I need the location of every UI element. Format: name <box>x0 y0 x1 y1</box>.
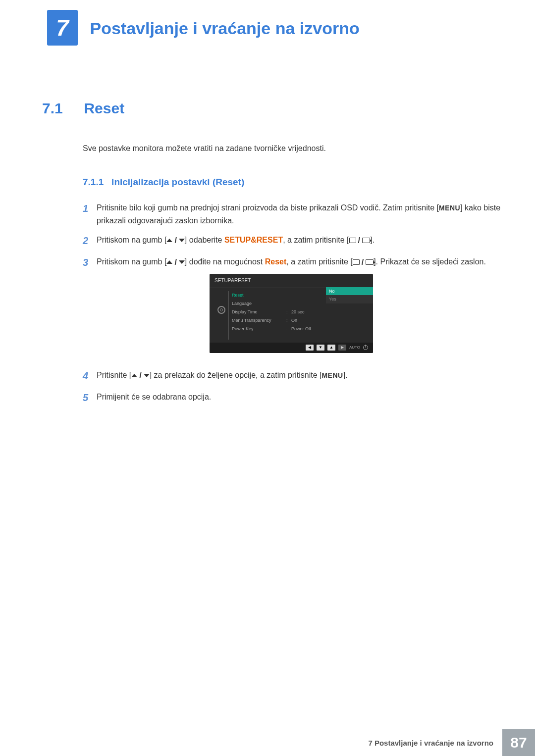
up-down-icon: / <box>166 234 184 247</box>
step-text: ] za prelazak do željene opcije, a zatim… <box>150 371 322 379</box>
osd-title: SETUP&RESET <box>210 274 373 288</box>
power-icon <box>363 345 368 350</box>
step-1: 1 Pritisnite bilo koji gumb na prednjoj … <box>83 202 505 227</box>
osd-row: Power Key : Power Off <box>232 325 373 333</box>
chapter-header: 7 Postavljanje i vraćanje na izvorno <box>40 10 505 46</box>
subsection-title: Inicijalizacija postavki (Reset) <box>111 177 244 187</box>
subsection-number: 7.1.1 <box>83 177 104 187</box>
section-number: 7.1 <box>42 100 82 117</box>
step-text: Primijenit će se odabrana opcija. <box>97 391 505 403</box>
step-text: ] dođite na mogućnost <box>185 257 265 266</box>
step-text: ]. <box>343 371 348 379</box>
chapter-number-badge: 7 <box>47 10 78 46</box>
osd-row: Menu Transparency : On <box>232 316 373 325</box>
osd-row-value: Power Off <box>291 325 373 332</box>
page-number: 87 <box>502 729 535 756</box>
step-4: 4 Pritisnite [/] za prelazak do željene … <box>83 369 505 384</box>
osd-row-label: Display Time <box>232 308 286 315</box>
step-text: , a zatim pritisnite [ <box>286 257 352 266</box>
step-number: 4 <box>83 368 97 384</box>
step-text: Pritiskom na gumb [ <box>97 236 166 244</box>
step-text: ] odaberite <box>185 236 224 244</box>
step-2: 2 Pritiskom na gumb [/] odaberite SETUP&… <box>83 234 505 249</box>
step-text: , a zatim pritisnite [ <box>283 236 349 244</box>
step-text: Pritisnite [ <box>97 371 131 379</box>
osd-right-icon: ▶ <box>338 345 346 351</box>
subsection-heading: 7.1.1 Inicijalizacija postavki (Reset) <box>83 177 505 188</box>
osd-row: Display Time : 20 sec <box>232 308 373 316</box>
step-number: 5 <box>83 390 97 405</box>
menu-label: MENU <box>321 371 343 379</box>
osd-row-value: 20 sec <box>291 308 373 315</box>
osd-row-label: Reset <box>232 292 286 299</box>
step-text: Pritisnite bilo koji gumb na prednjoj st… <box>97 203 439 212</box>
up-down-icon: / <box>166 256 184 269</box>
source-enter-icon: / <box>353 256 374 269</box>
menu-label: MENU <box>439 204 460 212</box>
osd-row-label: Language <box>232 300 286 307</box>
gear-icon <box>217 306 225 314</box>
highlight-setup-reset: SETUP&RESET <box>224 236 283 244</box>
highlight-reset: Reset <box>265 257 287 266</box>
section-7-1: 7.1 Reset Sve postavke monitora možete v… <box>40 100 505 405</box>
osd-option-yes: Yes <box>326 295 373 303</box>
osd-row-label: Power Key <box>232 325 286 332</box>
step-3: 3 Pritiskom na gumb [/] dođite na mogućn… <box>83 255 505 361</box>
footer-chapter-ref: 7 Postavljanje i vraćanje na izvorno <box>368 729 502 756</box>
step-text: ]. Prikazat će se sljedeći zaslon. <box>374 257 486 266</box>
step-number: 1 <box>83 201 97 216</box>
osd-screenshot: SETUP&RESET Reset No Yes <box>210 274 373 353</box>
step-number: 3 <box>83 254 97 270</box>
step-text: Pritiskom na gumb [ <box>97 257 166 266</box>
osd-row-value: On <box>291 317 373 324</box>
up-down-icon: / <box>131 369 149 382</box>
source-enter-icon: / <box>349 234 370 247</box>
chapter-title: Postavljanje i vraćanje na izvorno <box>90 19 359 38</box>
subsection-7-1-1: 7.1.1 Inicijalizacija postavki (Reset) 1… <box>83 177 505 405</box>
osd-row-label: Menu Transparency <box>232 317 286 324</box>
steps-list: 1 Pritisnite bilo koji gumb na prednjoj … <box>83 202 505 405</box>
osd-up-icon: ▲ <box>327 345 335 351</box>
osd-footer: ◀ ▼ ▲ ▶ AUTO <box>210 343 373 353</box>
page-footer: 7 Postavljanje i vraćanje na izvorno 87 <box>0 729 535 756</box>
osd-auto-label: AUTO <box>349 345 360 351</box>
osd-left-icon: ◀ <box>306 345 314 351</box>
step-5: 5 Primijenit će se odabrana opcija. <box>83 391 505 405</box>
osd-option-no: No <box>326 287 373 295</box>
osd-row: Reset No Yes <box>232 291 373 300</box>
osd-down-icon: ▼ <box>317 345 324 351</box>
section-intro: Sve postavke monitora možete vratiti na … <box>83 144 505 153</box>
step-number: 2 <box>83 233 97 249</box>
section-title: Reset <box>84 100 124 116</box>
